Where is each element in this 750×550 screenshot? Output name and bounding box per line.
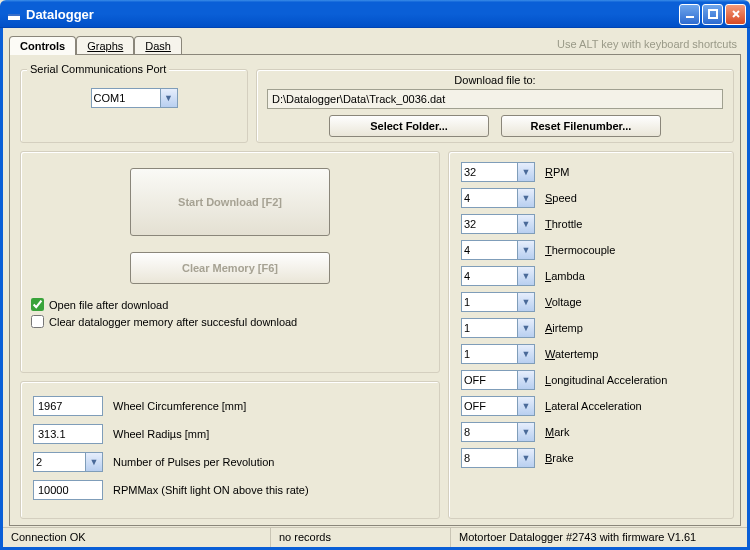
channel-row: ▼Speed [461,188,721,208]
app-icon [6,6,22,22]
channel-select[interactable]: ▼ [461,188,535,208]
svg-rect-3 [709,10,717,18]
channel-label: Longitudinal Acceleration [545,374,667,386]
status-connection: Connection OK [3,528,271,547]
keyboard-hint: Use ALT key with keyboard shortcuts [557,38,741,54]
rpmmax-label: RPMMax (Shift light ON above this rate) [113,484,309,496]
channel-row: ▼Thermocouple [461,240,721,260]
tab-graphs[interactable]: Graphs [76,36,134,54]
status-device: Motortoer Datalogger #2743 with firmware… [451,528,747,547]
dropdown-icon[interactable]: ▼ [86,452,103,472]
select-folder-button[interactable]: Select Folder... [329,115,489,137]
channel-value-input[interactable] [461,240,518,260]
dropdown-icon[interactable]: ▼ [518,266,535,286]
minimize-button[interactable] [679,4,700,25]
channel-label: Brake [545,452,574,464]
channel-select[interactable]: ▼ [461,240,535,260]
channel-label: Lateral Acceleration [545,400,642,412]
channel-label: Throttle [545,218,582,230]
channel-row: ▼Lateral Acceleration [461,396,721,416]
serial-port-select[interactable]: ▼ [91,88,178,108]
maximize-button[interactable] [702,4,723,25]
channel-row: ▼Longitudinal Acceleration [461,370,721,390]
actions-group: Start Download [F2] Clear Memory [F6] Op… [20,151,440,373]
clear-memory-button[interactable]: Clear Memory [F6] [130,252,330,284]
wheel-circumference-input[interactable] [33,396,103,416]
channel-row: ▼Brake [461,448,721,468]
channel-select[interactable]: ▼ [461,292,535,312]
serial-port-label: Serial Communications Port [27,63,169,75]
clear-after-checkbox[interactable] [31,315,44,328]
open-after-checkbox[interactable] [31,298,44,311]
serial-port-value[interactable] [91,88,161,108]
channel-label: Watertemp [545,348,598,360]
channel-row: ▼RPM [461,162,721,182]
wheel-radius-input[interactable] [33,424,103,444]
dropdown-icon[interactable]: ▼ [518,370,535,390]
rpmmax-input[interactable] [33,480,103,500]
channel-label: Thermocouple [545,244,615,256]
channel-value-input[interactable] [461,448,518,468]
channel-select[interactable]: ▼ [461,370,535,390]
dropdown-icon[interactable]: ▼ [518,162,535,182]
channel-label: Speed [545,192,577,204]
dropdown-icon[interactable]: ▼ [518,240,535,260]
channel-label: Mark [545,426,569,438]
channel-value-input[interactable] [461,318,518,338]
window-title: Datalogger [26,7,94,22]
dropdown-icon[interactable]: ▼ [518,396,535,416]
download-group: Download file to: Select Folder... Reset… [256,69,734,143]
channel-select[interactable]: ▼ [461,214,535,234]
open-after-label: Open file after download [49,299,168,311]
channel-value-input[interactable] [461,344,518,364]
channel-label: RPM [545,166,569,178]
dropdown-icon[interactable]: ▼ [518,448,535,468]
channel-row: ▼Voltage [461,292,721,312]
download-caption: Download file to: [267,74,723,86]
dropdown-icon[interactable]: ▼ [518,292,535,312]
channel-label: Airtemp [545,322,583,334]
tab-controls[interactable]: Controls [9,36,76,55]
channel-value-input[interactable] [461,292,518,312]
reset-filenumber-button[interactable]: Reset Filenumber... [501,115,661,137]
channel-select[interactable]: ▼ [461,266,535,286]
channel-select[interactable]: ▼ [461,448,535,468]
channel-value-input[interactable] [461,162,518,182]
channel-select[interactable]: ▼ [461,162,535,182]
clear-after-label: Clear datalogger memory after succesful … [49,316,297,328]
wheel-circumference-label: Wheel Circumference [mm] [113,400,246,412]
channel-value-input[interactable] [461,396,518,416]
channel-row: ▼Watertemp [461,344,721,364]
channel-row: ▼Airtemp [461,318,721,338]
channel-value-input[interactable] [461,370,518,390]
status-records: no records [271,528,451,547]
dropdown-icon[interactable]: ▼ [518,188,535,208]
svg-rect-2 [686,16,694,18]
dropdown-icon[interactable]: ▼ [518,344,535,364]
download-path-field[interactable] [267,89,723,109]
channel-value-input[interactable] [461,188,518,208]
channel-label: Voltage [545,296,582,308]
channel-value-input[interactable] [461,214,518,234]
status-bar: Connection OK no records Motortoer Datal… [3,527,747,547]
dropdown-icon[interactable]: ▼ [518,214,535,234]
channel-value-input[interactable] [461,422,518,442]
channel-row: ▼Mark [461,422,721,442]
channel-select[interactable]: ▼ [461,422,535,442]
channels-group: ▼RPM▼Speed▼Throttle▼Thermocouple▼Lambda▼… [448,151,734,519]
dropdown-icon[interactable]: ▼ [161,88,178,108]
channel-select[interactable]: ▼ [461,396,535,416]
tab-dash[interactable]: Dash [134,36,182,54]
pulses-label: Number of Pulses per Revolution [113,456,274,468]
svg-rect-1 [8,14,20,16]
channel-value-input[interactable] [461,266,518,286]
channel-select[interactable]: ▼ [461,344,535,364]
dropdown-icon[interactable]: ▼ [518,318,535,338]
channel-label: Lambda [545,270,585,282]
channel-row: ▼Lambda [461,266,721,286]
start-download-button[interactable]: Start Download [F2] [130,168,330,236]
dropdown-icon[interactable]: ▼ [518,422,535,442]
pulses-select[interactable]: ▼ [33,452,103,472]
channel-select[interactable]: ▼ [461,318,535,338]
close-button[interactable] [725,4,746,25]
